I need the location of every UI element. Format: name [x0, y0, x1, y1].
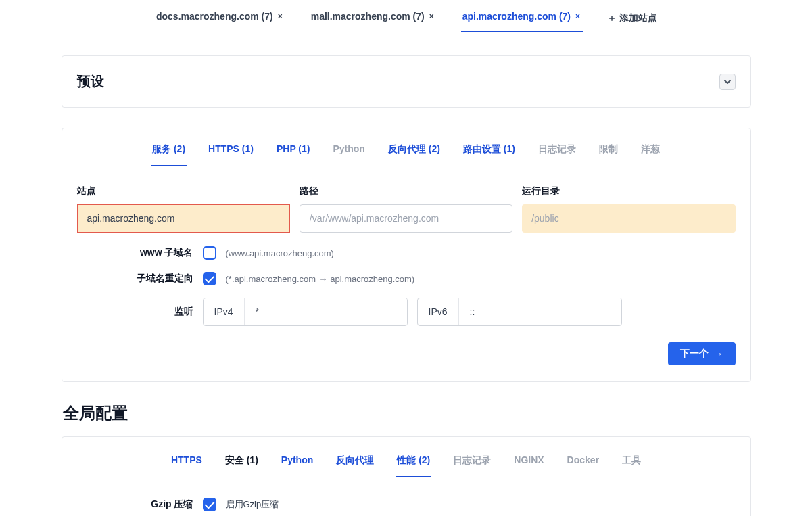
service-form: 站点 路径 运行目录 www 子域名 (www.api.macrozheng.c…: [62, 166, 750, 381]
site-tab-mall[interactable]: mall.macrozheng.com (7) ×: [310, 4, 437, 32]
preset-card: 预设: [62, 55, 751, 108]
gzip-label: Gzip 压缩: [77, 498, 193, 511]
tab-logging[interactable]: 日志记录: [537, 143, 577, 166]
close-icon[interactable]: ×: [574, 11, 581, 21]
arrow-right-icon: →: [318, 274, 327, 284]
add-site-label: 添加站点: [619, 12, 657, 23]
listen-ipv4-group: IPv4: [203, 298, 408, 326]
tab-global-reverse-proxy[interactable]: 反向代理: [335, 454, 375, 477]
add-site-button[interactable]: ＋添加站点: [607, 12, 657, 24]
www-subdomain-label: www 子域名: [77, 247, 193, 259]
www-subdomain-row: www 子域名 (www.api.macrozheng.com): [77, 246, 736, 260]
site-input[interactable]: [77, 204, 290, 233]
tab-service[interactable]: 服务 (2): [151, 143, 187, 166]
site-tab-docs[interactable]: docs.macrozheng.com (7) ×: [155, 4, 285, 32]
www-subdomain-checkbox[interactable]: [203, 246, 216, 260]
path-input[interactable]: [300, 204, 512, 233]
service-card: 服务 (2) HTTPS (1) PHP (1) Python 反向代理 (2)…: [62, 128, 751, 382]
tab-reverse-proxy[interactable]: 反向代理 (2): [387, 143, 441, 166]
www-subdomain-hint: (www.api.macrozheng.com): [226, 248, 334, 258]
tab-global-security[interactable]: 安全 (1): [224, 454, 260, 477]
tab-python[interactable]: Python: [331, 143, 366, 166]
gzip-row: Gzip 压缩 启用Gzip压缩: [77, 498, 736, 511]
tab-https[interactable]: HTTPS (1): [207, 143, 255, 166]
tab-limit[interactable]: 限制: [598, 143, 619, 166]
site-tab-label: mall.macrozheng.com (7): [311, 11, 425, 22]
preset-collapse-button[interactable]: [719, 74, 736, 90]
tab-global-logging[interactable]: 日志记录: [452, 454, 492, 477]
tab-php[interactable]: PHP (1): [275, 143, 312, 166]
tab-global-perf[interactable]: 性能 (2): [396, 454, 431, 477]
subdomain-redirect-row: 子域名重定向 (*.api.macrozheng.com→api.macrozh…: [77, 272, 736, 285]
listen-ipv4-input[interactable]: [245, 298, 407, 325]
global-form: Gzip 压缩 启用Gzip压缩: [62, 477, 750, 516]
listen-ipv6-label: IPv6: [418, 298, 459, 325]
tab-global-python[interactable]: Python: [280, 454, 314, 477]
run-dir-label: 运行目录: [522, 185, 735, 197]
run-dir-input[interactable]: [522, 204, 735, 233]
listen-ipv6-group: IPv6: [417, 298, 622, 326]
site-tab-label: api.macrozheng.com (7): [462, 11, 571, 22]
service-tabs: 服务 (2) HTTPS (1) PHP (1) Python 反向代理 (2)…: [76, 128, 737, 166]
next-button[interactable]: 下一个 →: [668, 342, 736, 365]
next-button-label: 下一个: [680, 348, 709, 360]
preset-title: 预设: [77, 72, 104, 91]
site-tabs: docs.macrozheng.com (7) × mall.macrozhen…: [62, 0, 751, 32]
arrow-right-icon: →: [714, 348, 723, 359]
subdomain-redirect-hint: (*.api.macrozheng.com→api.macrozheng.com…: [226, 274, 415, 284]
tab-onion[interactable]: 洋葱: [640, 143, 661, 166]
gzip-enable-label: 启用Gzip压缩: [226, 498, 279, 511]
chevron-down-icon: [723, 78, 732, 86]
global-card: HTTPS 安全 (1) Python 反向代理 性能 (2) 日志记录 NGI…: [62, 436, 751, 516]
global-config-heading: 全局配置: [63, 402, 751, 424]
gzip-checkbox[interactable]: [203, 498, 216, 511]
subdomain-redirect-label: 子域名重定向: [77, 273, 193, 285]
subdomain-redirect-checkbox[interactable]: [203, 272, 216, 285]
site-tab-api[interactable]: api.macrozheng.com (7) ×: [461, 4, 583, 32]
plus-icon: ＋: [607, 12, 617, 23]
path-label: 路径: [300, 185, 512, 197]
tab-global-https[interactable]: HTTPS: [170, 454, 204, 477]
listen-row: 监听 IPv4 IPv6: [77, 298, 736, 326]
site-tab-label: docs.macrozheng.com (7): [156, 11, 273, 22]
tab-global-nginx[interactable]: NGINX: [512, 454, 545, 477]
tab-routing[interactable]: 路由设置 (1): [462, 143, 517, 166]
close-icon[interactable]: ×: [277, 11, 284, 21]
close-icon[interactable]: ×: [428, 11, 435, 21]
tab-global-docker[interactable]: Docker: [566, 454, 600, 477]
global-tabs: HTTPS 安全 (1) Python 反向代理 性能 (2) 日志记录 NGI…: [76, 440, 737, 477]
listen-label: 监听: [77, 306, 193, 318]
listen-ipv4-label: IPv4: [204, 298, 245, 325]
tab-global-tools[interactable]: 工具: [621, 454, 642, 477]
site-label: 站点: [77, 185, 290, 197]
listen-ipv6-input[interactable]: [459, 298, 621, 325]
